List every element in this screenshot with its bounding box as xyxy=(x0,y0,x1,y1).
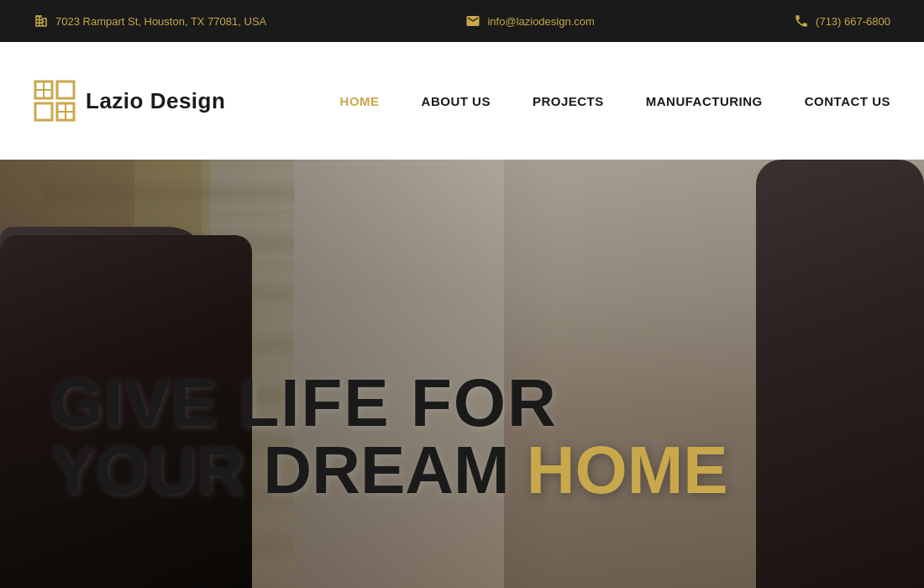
logo-text: Lazio Design xyxy=(86,88,225,114)
address-info: 7023 Rampart St, Houston, TX 77081, USA xyxy=(34,13,266,29)
nav-projects[interactable]: PROJECTS xyxy=(533,90,604,113)
nav-about[interactable]: ABOUT US xyxy=(422,90,491,113)
email-text: info@laziodesign.com xyxy=(487,15,594,28)
nav-home[interactable]: HOME xyxy=(340,90,380,113)
chair-right xyxy=(756,160,924,588)
email-icon xyxy=(465,13,480,29)
hero-section: GIVE LIFE FOR YOUR DREAM HOME xyxy=(0,160,924,588)
building-icon xyxy=(34,13,49,29)
nav-contact[interactable]: CONTACT US xyxy=(805,90,890,113)
logo-icon xyxy=(34,80,76,122)
top-bar: 7023 Rampart St, Houston, TX 77081, USA … xyxy=(0,0,924,42)
hero-line1: GIVE LIFE FOR xyxy=(50,370,728,437)
phone-text: (713) 667-6800 xyxy=(816,15,890,28)
svg-rect-2 xyxy=(35,103,52,120)
phone-info: (713) 667-6800 xyxy=(794,13,890,29)
svg-rect-1 xyxy=(57,81,74,98)
email-info: info@laziodesign.com xyxy=(465,13,594,29)
phone-icon xyxy=(794,13,809,29)
logo[interactable]: Lazio Design xyxy=(34,80,225,122)
address-text: 7023 Rampart St, Houston, TX 77081, USA xyxy=(55,15,266,28)
nav-manufacturing[interactable]: MANUFACTURING xyxy=(646,90,763,113)
hero-line2-dark: YOUR DREAM xyxy=(50,437,510,504)
hero-content: GIVE LIFE FOR YOUR DREAM HOME xyxy=(50,370,728,504)
header: Lazio Design HOME ABOUT US PROJECTS MANU… xyxy=(0,42,924,160)
hero-line2: YOUR DREAM HOME xyxy=(50,437,728,504)
nav: HOME ABOUT US PROJECTS MANUFACTURING CON… xyxy=(340,90,890,113)
hero-line2-gold: HOME xyxy=(527,437,728,504)
